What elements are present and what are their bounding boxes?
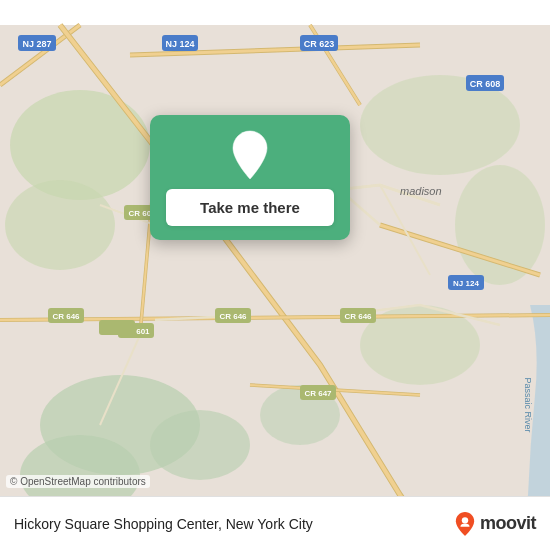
svg-text:CR 646: CR 646	[344, 312, 372, 321]
map-container: Passaic River	[0, 0, 550, 550]
svg-rect-34	[99, 320, 135, 335]
take-me-there-button[interactable]: Take me there	[166, 189, 334, 226]
svg-text:NJ 124: NJ 124	[453, 279, 479, 288]
svg-point-2	[5, 180, 115, 270]
svg-point-8	[150, 410, 250, 480]
moovit-logo: moovit	[454, 513, 536, 535]
svg-text:NJ 287: NJ 287	[22, 39, 51, 49]
moovit-pin-icon	[454, 513, 476, 535]
svg-point-4	[455, 165, 545, 285]
bottom-bar: Hickory Square Shopping Center, New York…	[0, 496, 550, 550]
map-copyright: © OpenStreetMap contributors	[6, 475, 150, 488]
svg-point-38	[462, 517, 468, 523]
popup-card: Take me there	[150, 115, 350, 240]
svg-text:CR 646: CR 646	[52, 312, 80, 321]
svg-text:CR 647: CR 647	[304, 389, 332, 398]
map-svg: Passaic River	[0, 0, 550, 550]
location-pin-icon	[228, 133, 272, 177]
moovit-brand-text: moovit	[480, 513, 536, 534]
location-label: Hickory Square Shopping Center, New York…	[14, 516, 454, 532]
svg-text:Passaic River: Passaic River	[523, 377, 533, 432]
svg-text:CR 608: CR 608	[470, 79, 501, 89]
svg-text:madison: madison	[400, 185, 442, 197]
svg-text:CR 646: CR 646	[219, 312, 247, 321]
svg-text:NJ 124: NJ 124	[165, 39, 194, 49]
svg-text:CR 623: CR 623	[304, 39, 335, 49]
